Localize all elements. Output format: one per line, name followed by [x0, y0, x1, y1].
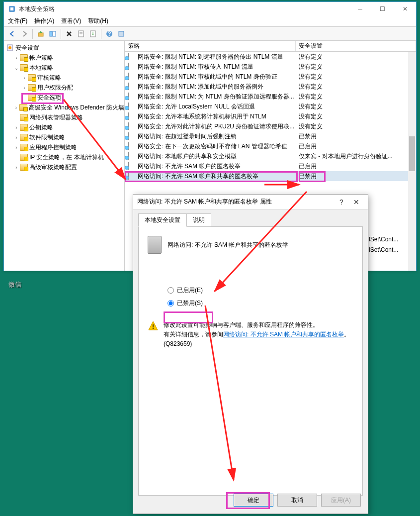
- tree-item-8[interactable]: ›软件限制策略: [4, 132, 124, 142]
- policy-icon: [128, 93, 136, 101]
- radio-enabled-input[interactable]: [168, 287, 174, 294]
- column-setting[interactable]: 安全设置: [296, 41, 416, 51]
- policy-icon: [128, 63, 136, 71]
- policy-row[interactable]: 网络安全: 允许本地系统将计算机标识用于 NTLM没有定义: [125, 111, 416, 121]
- apply-button[interactable]: 应用(A): [321, 494, 361, 507]
- tree-item-2[interactable]: ›审核策略: [4, 73, 124, 83]
- warn-line3: (Q823659): [164, 339, 350, 349]
- tree-item-3[interactable]: ›用户权限分配: [4, 83, 124, 93]
- policy-row[interactable]: 网络访问: 本地帐户的共享和安全模型仅来宾 - 对本地用户进行身份验证...: [125, 151, 416, 161]
- help-button[interactable]: ?: [104, 28, 115, 39]
- policy-row[interactable]: 网络访问: 不允许 SAM 帐户和共享的匿名枚举已禁用: [125, 171, 416, 181]
- show-hide-button[interactable]: [47, 28, 58, 39]
- expander-icon[interactable]: ›: [13, 55, 20, 61]
- export-button[interactable]: [87, 28, 98, 39]
- policy-header: 网络访问: 不允许 SAM 帐户和共享的匿名枚举: [148, 236, 353, 254]
- dialog-close-button[interactable]: ✕: [349, 198, 364, 206]
- scrollbar-thumb[interactable]: [409, 136, 415, 171]
- policy-name: 网络访问: 不允许 SAM 帐户和共享的匿名枚举: [138, 172, 258, 181]
- maximize-button[interactable]: ☐: [371, 2, 394, 16]
- policy-row[interactable]: 网络安全: 限制 NTLM: 添加此域中的服务器例外没有定义: [125, 82, 416, 92]
- tree-item-label: 高级审核策略配置: [29, 163, 77, 172]
- expander-icon[interactable]: ›: [13, 145, 20, 150]
- policy-name: 网络访问: 不允许 SAM 帐户的匿名枚举: [138, 162, 241, 171]
- menu-view[interactable]: 查看(V): [61, 17, 81, 25]
- tree-item-11[interactable]: ›高级审核策略配置: [4, 162, 124, 172]
- policy-row[interactable]: 网络访问: 在超过登录时间后强制注销已禁用: [125, 131, 416, 141]
- radio-enabled-label: 已启用(E): [177, 286, 203, 295]
- warning-text: 修改此设置可能影响与客户端、服务和应用程序的兼容性。 有关详细信息，请参阅网络访…: [164, 320, 350, 349]
- cancel-button[interactable]: 取消: [277, 494, 317, 507]
- tree-item-6[interactable]: 网络列表管理器策略: [4, 112, 124, 122]
- radio-disabled[interactable]: 已禁用(S): [168, 297, 353, 310]
- dialog-tabs: 本地安全设置 说明: [133, 209, 368, 227]
- column-policy[interactable]: 策略: [125, 41, 296, 51]
- truncated-row-2: lSet\Cont...: [369, 246, 398, 253]
- minimize-button[interactable]: ─: [349, 2, 371, 16]
- tree-item-4[interactable]: 安全选项: [4, 93, 124, 103]
- policy-row[interactable]: 网络安全: 限制 NTLM: 为 NTLM 身份验证添加远程服务器...没有定义: [125, 92, 416, 102]
- taskbar-wechat[interactable]: 微信: [8, 280, 21, 289]
- properties-button[interactable]: [76, 28, 86, 39]
- policy-icon: [128, 172, 136, 180]
- tab-local-security[interactable]: 本地安全设置: [138, 213, 187, 227]
- policy-setting: 没有定义: [296, 73, 416, 81]
- policy-row[interactable]: 网络安全: 允许 LocalSystem NULL 会话回退没有定义: [125, 102, 416, 111]
- tree-item-5[interactable]: ›高级安全 Windows Defender 防火墙: [4, 103, 124, 112]
- menu-help[interactable]: 帮助(H): [88, 17, 108, 25]
- tree-item-7[interactable]: ›公钥策略: [4, 122, 124, 132]
- policy-name: 网络安全: 限制 NTLM: 审核传入 NTLM 流量: [138, 63, 253, 71]
- expander-icon[interactable]: ›: [13, 135, 20, 140]
- policy-name: 网络安全: 允许对此计算机的 PKU2U 身份验证请求使用联...: [138, 122, 294, 131]
- expander-icon[interactable]: ›: [21, 85, 28, 91]
- tree-root[interactable]: 安全设置: [4, 43, 124, 53]
- folder-icon: [19, 103, 27, 111]
- warn-link[interactable]: 网络访问: 不允许 SAM 帐户和共享的匿名枚举: [223, 331, 344, 338]
- back-button[interactable]: [7, 28, 18, 39]
- folder-icon: [28, 84, 36, 92]
- tree-pane[interactable]: 安全设置 ›帐户策略⌄本地策略›审核策略›用户权限分配安全选项›高级安全 Win…: [4, 41, 125, 271]
- policy-setting: 仅来宾 - 对本地用户进行身份验证...: [296, 152, 416, 161]
- titlebar[interactable]: 本地安全策略 ─ ☐ ✕: [4, 2, 416, 16]
- expander-icon[interactable]: ›: [13, 125, 20, 130]
- policy-name: 网络访问: 本地帐户的共享和安全模型: [138, 152, 237, 161]
- policy-row[interactable]: 网络安全: 限制 NTLM: 审核此域中的 NTLM 身份验证没有定义: [125, 72, 416, 82]
- expander-icon[interactable]: ⌄: [13, 65, 20, 71]
- forward-button[interactable]: [19, 28, 30, 39]
- dialog-titlebar[interactable]: 网络访问: 不允许 SAM 帐户和共享的匿名枚举 属性 ? ✕: [133, 195, 368, 209]
- radio-group: 已启用(E) 已禁用(S): [168, 284, 353, 310]
- policy-row[interactable]: 网络安全: 限制 NTLM: 审核传入 NTLM 流量没有定义: [125, 62, 416, 72]
- radio-enabled[interactable]: 已启用(E): [168, 284, 353, 297]
- policy-row[interactable]: 网络安全: 允许对此计算机的 PKU2U 身份验证请求使用联...没有定义: [125, 121, 416, 131]
- window-title: 本地安全策略: [19, 5, 55, 13]
- dialog-help-button[interactable]: ?: [334, 198, 349, 206]
- tree-item-0[interactable]: ›帐户策略: [4, 53, 124, 63]
- folder-icon: [28, 94, 36, 102]
- vertical-scrollbar[interactable]: [408, 52, 416, 271]
- up-button[interactable]: [35, 28, 46, 39]
- tree-item-label: 审核策略: [37, 74, 61, 82]
- policy-icon: [128, 162, 136, 170]
- menu-file[interactable]: 文件(F): [8, 17, 27, 25]
- policy-setting: 没有定义: [296, 83, 416, 91]
- expander-icon[interactable]: ›: [13, 165, 20, 170]
- tree-item-10[interactable]: IP 安全策略，在 本地计算机: [4, 152, 124, 162]
- tree-item-1[interactable]: ⌄本地策略: [4, 63, 124, 73]
- refresh-button[interactable]: [116, 28, 127, 39]
- close-button[interactable]: ✕: [394, 2, 416, 16]
- delete-button[interactable]: [64, 28, 75, 39]
- expander-icon[interactable]: ›: [21, 75, 28, 81]
- expander-icon[interactable]: ›: [13, 105, 19, 110]
- policy-setting: 已禁用: [296, 172, 416, 181]
- policy-row[interactable]: 网络安全: 在下一次更改密码时不存储 LAN 管理器哈希值已启用: [125, 141, 416, 151]
- policy-row[interactable]: 网络访问: 不允许 SAM 帐户的匿名枚举已启用: [125, 161, 416, 171]
- tab-description[interactable]: 说明: [186, 213, 211, 227]
- policy-row[interactable]: 网络安全: 限制 NTLM: 到远程服务器的传出 NTLM 流量没有定义: [125, 52, 416, 62]
- menu-action[interactable]: 操作(A): [34, 17, 54, 25]
- svg-text:?: ?: [107, 30, 111, 37]
- tree-item-9[interactable]: ›应用程序控制策略: [4, 142, 124, 152]
- ok-button[interactable]: 确定: [234, 494, 273, 507]
- warn-line2-suffix: 。: [344, 331, 350, 338]
- dialog-body: 网络访问: 不允许 SAM 帐户和共享的匿名枚举 已启用(E) 已禁用(S) !…: [138, 226, 363, 496]
- radio-disabled-input[interactable]: [168, 300, 174, 307]
